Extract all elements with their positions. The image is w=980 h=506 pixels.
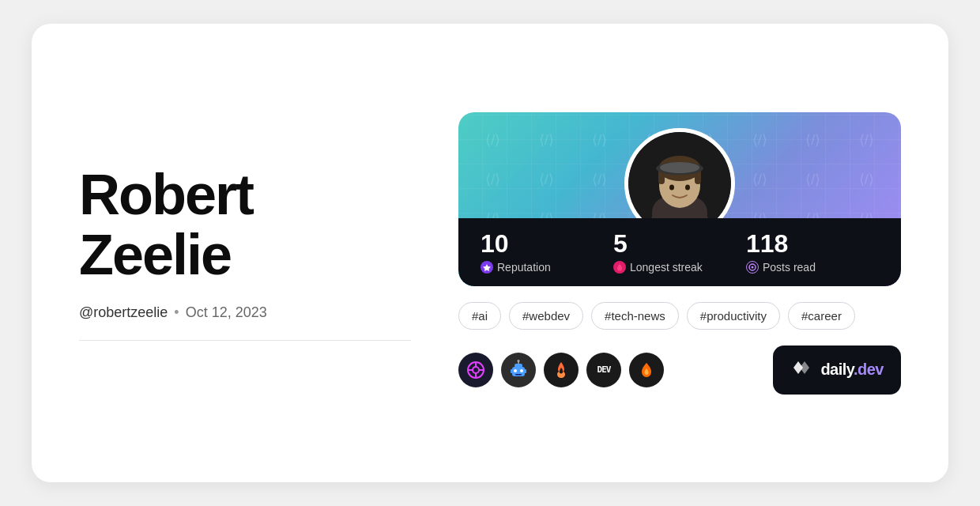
svg-point-9 — [669, 184, 674, 190]
pattern-icon: ⟨/⟩ — [573, 120, 627, 160]
svg-point-25 — [520, 369, 523, 372]
pattern-icon: ⟨/⟩ — [786, 160, 840, 199]
fire-icon — [637, 361, 656, 380]
stat-label-rep: Reputation — [481, 261, 613, 274]
tag-ai[interactable]: #ai — [458, 302, 501, 330]
robot-icon — [507, 359, 530, 381]
meta-separator: • — [174, 304, 179, 321]
profile-visual-card: ⟨/⟩ ⟨/⟩ ⟨/⟩ ⟨/⟩ ⟨/⟩ ⟨/⟩ ⟨/⟩ ⟨/⟩ ⟨/⟩ ⟨/⟩ … — [458, 112, 901, 286]
dev-badge-text: DEV — [597, 364, 611, 375]
pattern-icon: ⟨/⟩ — [840, 160, 894, 199]
stat-number-streak: 5 — [613, 231, 746, 256]
svg-marker-11 — [483, 264, 491, 271]
stat-label-posts: Posts read — [746, 261, 879, 274]
flame-icon — [552, 361, 571, 380]
pattern-icon: ⟨/⟩ — [520, 120, 574, 160]
user-full-name: Robert Zeelie — [79, 165, 411, 285]
badges-row: DEV — [458, 353, 664, 387]
svg-point-8 — [660, 162, 699, 173]
section-divider — [79, 340, 411, 341]
pattern-icon: ⟨/⟩ — [573, 160, 627, 199]
fire-badge — [629, 353, 664, 387]
join-date: Oct 12, 2023 — [186, 304, 267, 321]
svg-point-13 — [752, 266, 754, 268]
svg-rect-26 — [515, 374, 522, 376]
stat-number-posts: 118 — [746, 231, 879, 256]
tags-container: #ai #webdev #tech-news #productivity #ca… — [458, 302, 901, 330]
user-meta: @robertzeelie • Oct 12, 2023 — [79, 304, 411, 321]
robot-badge — [501, 353, 536, 387]
streak-icon — [613, 261, 626, 274]
crosshair-badge — [458, 353, 493, 387]
svg-point-24 — [514, 369, 517, 372]
flame-badge — [544, 353, 579, 387]
pattern-icon: ⟨/⟩ — [733, 160, 787, 199]
profile-card: Robert Zeelie @robertzeelie • Oct 12, 20… — [32, 24, 948, 482]
tag-tech-news[interactable]: #tech-news — [591, 302, 679, 330]
bottom-row: DEV daily — [458, 346, 901, 395]
daily-text: daily — [820, 361, 854, 378]
posts-icon — [746, 261, 759, 274]
tag-career[interactable]: #career — [788, 302, 855, 330]
rep-label: Reputation — [497, 261, 551, 274]
dev-text: .dev — [854, 361, 884, 378]
user-handle: @robertzeelie — [79, 304, 168, 321]
svg-point-15 — [473, 367, 479, 373]
posts-label: Posts read — [763, 261, 816, 274]
tag-productivity[interactable]: #productivity — [687, 302, 780, 330]
svg-point-23 — [518, 360, 520, 362]
dev-badge: DEV — [586, 353, 621, 387]
daily-dev-icon — [790, 357, 812, 383]
daily-dev-svg-icon — [790, 357, 812, 379]
reputation-icon — [481, 261, 493, 274]
stat-streak: 5 Longest streak — [613, 231, 746, 274]
svg-rect-28 — [525, 369, 527, 373]
stats-bar: 10 Reputation 5 Longest streak — [458, 218, 901, 286]
daily-dev-logo: daily.dev — [773, 346, 901, 395]
right-section: ⟨/⟩ ⟨/⟩ ⟨/⟩ ⟨/⟩ ⟨/⟩ ⟨/⟩ ⟨/⟩ ⟨/⟩ ⟨/⟩ ⟨/⟩ … — [458, 112, 901, 395]
stat-reputation: 10 Reputation — [481, 231, 613, 274]
pattern-icon: ⟨/⟩ — [786, 120, 840, 160]
svg-rect-21 — [514, 364, 522, 368]
pattern-icon: ⟨/⟩ — [840, 120, 894, 160]
stat-posts: 118 Posts read — [746, 231, 879, 274]
pattern-icon: ⟨/⟩ — [733, 120, 787, 160]
daily-dev-text: daily.dev — [820, 361, 884, 379]
tag-webdev[interactable]: #webdev — [509, 302, 583, 330]
crosshair-icon — [466, 360, 486, 380]
svg-rect-27 — [511, 369, 513, 373]
svg-point-10 — [685, 184, 690, 190]
pattern-icon: ⟨/⟩ — [520, 160, 574, 199]
pattern-icon: ⟨/⟩ — [466, 160, 520, 199]
stat-number-rep: 10 — [481, 231, 613, 256]
stat-label-streak: Longest streak — [613, 261, 746, 274]
streak-label: Longest streak — [630, 261, 703, 274]
left-section: Robert Zeelie @robertzeelie • Oct 12, 20… — [79, 165, 411, 340]
pattern-icon: ⟨/⟩ — [466, 120, 520, 160]
